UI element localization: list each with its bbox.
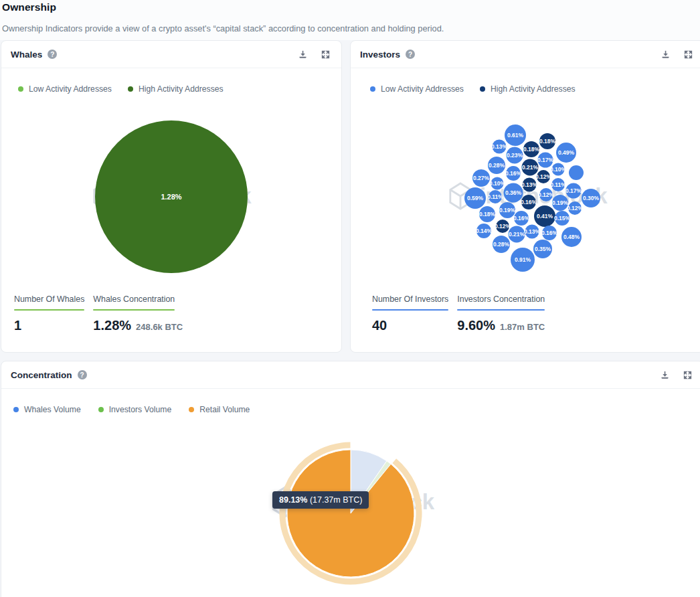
investors-stats: Number Of Investors 40 Investors Concent… bbox=[351, 294, 700, 333]
stat-investors-concentration: Investors Concentration 9.60% 1.87m BTC bbox=[457, 294, 545, 333]
legend-dot bbox=[98, 407, 104, 412]
investors-legend: Low Activity Addresses High Activity Add… bbox=[351, 68, 700, 94]
bubble-label: 0.49% bbox=[558, 149, 575, 156]
pie-tooltip: 89.13% (17.37m BTC) bbox=[272, 491, 369, 509]
stat-number-of-investors: Number Of Investors 40 bbox=[372, 294, 448, 333]
download-icon bbox=[298, 50, 308, 60]
bubble-label: 0.28% bbox=[489, 162, 505, 169]
legend-item-high-activity[interactable]: High Activity Addresses bbox=[480, 84, 576, 94]
stat-underline bbox=[457, 309, 545, 311]
bubble-label: 0.16% bbox=[521, 199, 537, 205]
bubble-label: 0.14% bbox=[476, 228, 493, 234]
bubble-label: 0.12% bbox=[567, 205, 584, 211]
top-cards-row: Whales ? bbox=[1, 40, 700, 353]
bubble-label: 0.10% bbox=[550, 166, 567, 173]
bubble-label: 0.15% bbox=[554, 215, 571, 222]
legend-dot bbox=[18, 86, 23, 92]
bubble-label: 0.18% bbox=[539, 138, 556, 145]
legend-item-retail-volume[interactable]: Retail Volume bbox=[189, 405, 250, 414]
investors-card: Investors ? bbox=[350, 40, 700, 353]
tooltip-amount: (17.37m BTC) bbox=[307, 495, 362, 505]
download-icon bbox=[660, 370, 670, 380]
stat-sub-value: 248.6k BTC bbox=[136, 322, 183, 332]
bubble-label: 0.23% bbox=[507, 152, 523, 159]
bubble-label: 0.48% bbox=[563, 234, 580, 240]
legend-dot bbox=[13, 407, 19, 412]
bubble-label: 0.21% bbox=[509, 231, 525, 238]
legend-label: High Activity Addresses bbox=[491, 84, 576, 94]
bubble-label: 0.10% bbox=[489, 180, 506, 187]
stat-value: 40 bbox=[372, 318, 387, 333]
bubble-label: 0.19% bbox=[499, 207, 516, 214]
legend-item-low-activity[interactable]: Low Activity Addresses bbox=[18, 84, 112, 94]
bubble-label: 0.91% bbox=[515, 256, 531, 263]
concentration-card-title: Concentration bbox=[11, 370, 72, 380]
page-subtitle: Ownership Indicators provide a view of a… bbox=[2, 23, 700, 33]
expand-button[interactable] bbox=[683, 370, 693, 380]
investors-card-actions bbox=[661, 50, 693, 60]
legend-item-high-activity[interactable]: High Activity Addresses bbox=[128, 84, 224, 94]
stat-value: 9.60% bbox=[457, 318, 495, 333]
bubble[interactable] bbox=[569, 165, 584, 180]
concentration-card: Concentration ? Whale bbox=[1, 361, 700, 597]
bubble-label: 1.28% bbox=[161, 193, 181, 201]
bubble-label: 0.30% bbox=[583, 195, 600, 201]
bubble-label: 0.18% bbox=[479, 211, 496, 218]
stat-underline bbox=[14, 309, 84, 311]
bubble-label: 0.16% bbox=[513, 215, 530, 222]
download-button[interactable] bbox=[298, 50, 308, 60]
legend-item-whales-volume[interactable]: Whales Volume bbox=[13, 405, 81, 414]
whales-stats: Number Of Whales 1 Whales Concentration … bbox=[1, 294, 341, 333]
expand-icon bbox=[683, 50, 693, 60]
legend-item-low-activity[interactable]: Low Activity Addresses bbox=[370, 84, 464, 94]
stat-value: 1 bbox=[14, 318, 21, 333]
bubble-label: 0.21% bbox=[522, 164, 539, 171]
legend-label: High Activity Addresses bbox=[139, 84, 224, 94]
expand-button[interactable] bbox=[683, 50, 693, 60]
pie-slice-2[interactable] bbox=[287, 450, 414, 577]
stat-number-of-whales: Number Of Whales 1 bbox=[14, 294, 84, 333]
bubble-label: 0.13% bbox=[524, 228, 541, 235]
bubble-label: 0.12% bbox=[538, 191, 555, 198]
investors-card-title: Investors bbox=[360, 50, 400, 60]
stat-value: 1.28% bbox=[93, 318, 131, 333]
legend-item-investors-volume[interactable]: Investors Volume bbox=[98, 405, 171, 414]
investors-bubble-chart: intotheblock 0.61%0.13%0.18%0.18%0.49%0.… bbox=[351, 99, 700, 293]
stat-label: Investors Concentration bbox=[457, 294, 545, 304]
legend-label: Whales Volume bbox=[24, 405, 81, 414]
whales-card-actions bbox=[298, 50, 331, 60]
whales-card: Whales ? bbox=[1, 40, 342, 353]
bubble-label: 0.17% bbox=[537, 157, 554, 163]
stat-underline bbox=[93, 309, 175, 311]
stat-underline bbox=[372, 309, 448, 311]
legend-dot bbox=[128, 86, 133, 92]
bubble-label: 0.61% bbox=[507, 132, 524, 139]
help-icon[interactable]: ? bbox=[48, 50, 57, 59]
whales-bubble-chart: intotheblock 1.28% bbox=[1, 99, 341, 293]
whales-legend: Low Activity Addresses High Activity Add… bbox=[1, 68, 341, 94]
expand-button[interactable] bbox=[321, 50, 331, 60]
legend-dot bbox=[480, 86, 485, 92]
bubble-label: 0.41% bbox=[537, 213, 553, 220]
page-title: Ownership bbox=[2, 1, 700, 13]
stat-label: Number Of Whales bbox=[14, 294, 84, 304]
page-header: Ownership Ownership Indicators provide a… bbox=[0, 0, 700, 40]
expand-icon bbox=[321, 50, 331, 60]
bubble-label: 0.18% bbox=[523, 146, 540, 153]
bubble-label: 0.11% bbox=[550, 181, 566, 188]
whales-card-title: Whales bbox=[11, 50, 42, 60]
download-button[interactable] bbox=[661, 50, 671, 60]
concentration-pie-chart: intotheblock 89.13% (17.37m BTC) bbox=[1, 418, 700, 586]
bubble-label: 0.11% bbox=[487, 193, 503, 200]
bubble-label: 0.13% bbox=[491, 143, 508, 150]
legend-label: Low Activity Addresses bbox=[29, 84, 112, 94]
stat-label: Number Of Investors bbox=[372, 294, 448, 304]
help-icon[interactable]: ? bbox=[406, 50, 415, 59]
concentration-card-header: Concentration ? bbox=[1, 361, 700, 389]
legend-dot bbox=[370, 86, 375, 92]
bubble-label: 0.16% bbox=[505, 170, 522, 177]
bubble-label: 0.13% bbox=[521, 181, 538, 188]
download-button[interactable] bbox=[660, 370, 670, 380]
help-icon[interactable]: ? bbox=[78, 370, 87, 379]
bubble-label: 0.17% bbox=[565, 187, 582, 194]
